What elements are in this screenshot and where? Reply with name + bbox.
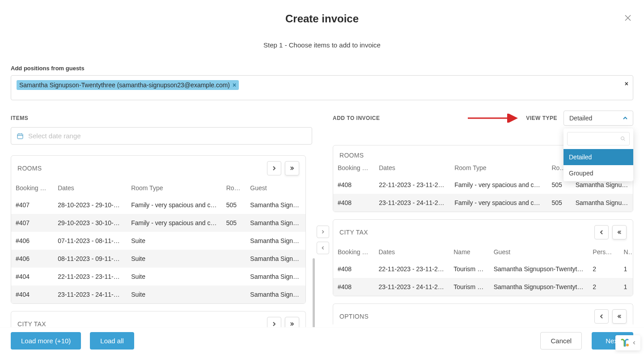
view-type-value: Detailed (569, 115, 592, 122)
close-button[interactable] (624, 14, 631, 23)
guest-chip-text: Samantha Signupson-Twentythree (samantha… (19, 81, 230, 89)
app-logo-icon (620, 338, 630, 348)
right-rooms-title: ROOMS (339, 152, 364, 159)
chevron-up-icon (623, 116, 627, 120)
modal-title: Create invoice (18, 13, 626, 25)
search-icon (620, 136, 626, 141)
col-roomtype: Room Type (127, 180, 222, 196)
table-row[interactable]: #40423-11-2023 - 24-11-2023SuiteSamantha… (11, 286, 305, 303)
chevron-right-icon (321, 230, 325, 234)
table-row[interactable]: #40728-10-2023 - 29-10-2023Family - very… (11, 196, 305, 214)
left-rooms-panel: ROOMS Booking No. Dates Room Type Room G… (11, 155, 306, 304)
table-row[interactable]: #40607-11-2023 - 08-11-2023SuiteSamantha… (11, 232, 305, 250)
guest-chip: Samantha Signupson-Twentythree (samantha… (17, 80, 239, 90)
double-chevron-right-icon (290, 166, 294, 171)
add-to-invoice-label: ADD TO INVOICE (333, 115, 380, 121)
view-type-option-grouped[interactable]: Grouped (564, 165, 633, 181)
chevron-left-icon (599, 314, 604, 319)
items-label: ITEMS (11, 115, 28, 121)
col-roomtype: Room Type (450, 160, 547, 176)
chevron-left-icon (632, 341, 636, 345)
col-dates: Dates (374, 244, 449, 260)
cancel-button[interactable]: Cancel (540, 332, 582, 350)
col-persons: Persons (588, 244, 619, 260)
col-booking: Booking No. (333, 160, 374, 176)
app-badge[interactable] (615, 335, 640, 350)
chevron-left-icon (321, 246, 325, 250)
chevron-right-icon (272, 322, 276, 326)
table-row[interactable]: #40823-11-2023 - 24-11-2023Tourism taxSa… (333, 278, 633, 296)
step-subtitle: Step 1 - Choose items to add to invoice (0, 41, 644, 49)
move-all-right-button[interactable] (285, 161, 299, 175)
table-row[interactable]: #40822-11-2023 - 23-11-2023Tourism taxSa… (333, 260, 633, 278)
move-all-left-button[interactable] (612, 309, 627, 324)
right-citytax-panel: CITY TAX Booking No. Dates Name Guest P (333, 219, 633, 296)
view-type-option-detailed[interactable]: Detailed (564, 149, 633, 165)
guest-chip-remove[interactable]: × (233, 81, 236, 89)
col-room: Room (222, 180, 246, 196)
table-row[interactable]: #40422-11-2023 - 23-11-2023SuiteSamantha… (11, 268, 305, 286)
close-icon (624, 14, 631, 21)
chevron-right-icon (272, 166, 276, 171)
guests-input[interactable]: Samantha Signupson-Twentythree (samantha… (11, 75, 633, 100)
view-type-label: VIEW TYPE (526, 115, 557, 121)
double-chevron-left-icon (617, 314, 622, 319)
left-rooms-title: ROOMS (17, 165, 42, 172)
move-one-left-button[interactable] (594, 309, 609, 324)
left-citytax-title: CITY TAX (17, 320, 46, 328)
load-more-button[interactable]: Load more (+10) (11, 332, 81, 350)
move-one-right-button[interactable] (267, 161, 281, 175)
table-row[interactable]: #40608-11-2023 - 09-11-2023SuiteSamantha… (11, 250, 305, 268)
view-type-popup: Detailed Grouped (564, 128, 633, 181)
col-guest: Guest (246, 180, 305, 196)
move-all-left-button[interactable] (612, 225, 627, 239)
guests-label: Add positions from guests (11, 65, 633, 72)
col-nig: Nig (619, 244, 633, 260)
date-range-placeholder: Select date range (28, 132, 81, 140)
right-options-panel: OPTIONS (333, 303, 633, 324)
view-type-dropdown[interactable]: Detailed (564, 111, 633, 126)
svg-point-9 (626, 344, 629, 346)
col-dates: Dates (374, 160, 450, 176)
col-booking: Booking No. (11, 180, 53, 196)
col-dates: Dates (53, 180, 127, 196)
load-all-button[interactable]: Load all (90, 332, 134, 350)
right-citytax-title: CITY TAX (339, 229, 368, 236)
col-guest: Guest (489, 244, 589, 260)
scrollbar-handle[interactable] (313, 258, 315, 339)
table-row[interactable]: #40729-10-2023 - 30-10-2023Family - very… (11, 214, 305, 232)
clear-guests-button[interactable]: × (625, 80, 628, 87)
double-chevron-right-icon (290, 322, 294, 326)
svg-line-8 (624, 140, 625, 141)
transfer-left-button[interactable] (317, 242, 329, 254)
double-chevron-left-icon (617, 230, 622, 235)
table-row[interactable]: #40823-11-2023 - 24-11-2023Family - very… (333, 194, 633, 212)
col-name: Name (449, 244, 489, 260)
arrow-annotation (467, 114, 520, 123)
move-one-left-button[interactable] (594, 225, 609, 239)
dropdown-search[interactable] (564, 128, 633, 149)
svg-point-7 (621, 137, 624, 140)
svg-rect-2 (17, 134, 23, 139)
col-booking: Booking No. (333, 244, 374, 260)
date-range-input[interactable]: Select date range (11, 127, 312, 145)
chevron-left-icon (599, 230, 604, 235)
transfer-right-button[interactable] (317, 226, 329, 238)
right-options-title: OPTIONS (339, 313, 369, 320)
calendar-icon (17, 132, 24, 140)
